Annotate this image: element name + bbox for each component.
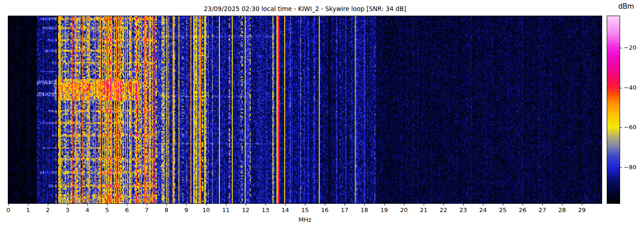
x-tick-label: 22 bbox=[434, 207, 453, 213]
x-tick-label: 14 bbox=[276, 207, 294, 213]
x-axis-label: MHz bbox=[8, 216, 602, 223]
colorbar-tick-mark bbox=[620, 167, 622, 168]
x-tick-label: 5 bbox=[98, 207, 116, 213]
x-tick-mark bbox=[167, 204, 167, 206]
x-tick-mark bbox=[443, 204, 444, 206]
x-tick-mark bbox=[8, 204, 9, 206]
colorbar-tick-mark bbox=[620, 88, 622, 88]
x-tick-label: 3 bbox=[58, 207, 77, 213]
x-tick-label: 12 bbox=[236, 207, 255, 213]
colorbar-tick-label: −60 bbox=[624, 124, 636, 131]
x-tick-mark bbox=[186, 204, 187, 206]
x-tick-label: 13 bbox=[256, 207, 275, 213]
x-tick-mark bbox=[226, 204, 226, 206]
x-tick-mark bbox=[364, 204, 365, 206]
x-tick-label: 21 bbox=[414, 207, 433, 213]
x-tick-label: 10 bbox=[197, 207, 215, 213]
x-tick-mark bbox=[48, 204, 48, 206]
x-tick-mark bbox=[285, 204, 286, 206]
colorbar bbox=[607, 16, 620, 204]
spectrogram-figure: 23/09/2025 02:30 local time - KIWI_2 - S… bbox=[0, 0, 644, 230]
colorbar-gradient bbox=[607, 16, 620, 203]
x-tick-mark bbox=[305, 204, 305, 206]
x-tick-mark bbox=[483, 204, 483, 206]
x-tick-label: 1 bbox=[19, 207, 37, 213]
x-tick-mark bbox=[404, 204, 404, 206]
x-tick-label: 11 bbox=[217, 207, 235, 213]
x-tick-mark bbox=[503, 204, 503, 206]
x-tick-mark bbox=[582, 204, 582, 206]
x-tick-mark bbox=[127, 204, 127, 206]
x-tick-mark bbox=[542, 204, 543, 206]
x-tick-label: 29 bbox=[573, 207, 591, 213]
x-tick-mark bbox=[206, 204, 207, 206]
x-tick-mark bbox=[325, 204, 325, 206]
x-tick-mark bbox=[107, 204, 108, 206]
colorbar-tick-label: −20 bbox=[624, 44, 636, 52]
x-tick-mark bbox=[246, 204, 246, 206]
x-tick-label: 24 bbox=[474, 207, 492, 213]
waterfall-plot-area bbox=[8, 16, 602, 204]
x-tick-label: 28 bbox=[553, 207, 571, 213]
x-tick-mark bbox=[384, 204, 385, 206]
x-tick-mark bbox=[345, 204, 345, 206]
x-tick-mark bbox=[28, 204, 29, 206]
x-tick-label: 15 bbox=[296, 207, 314, 213]
x-tick-mark bbox=[562, 204, 563, 206]
waterfall-heatmap bbox=[8, 16, 602, 203]
colorbar-tick-label: −40 bbox=[624, 84, 636, 92]
x-tick-label: 2 bbox=[39, 207, 57, 213]
colorbar-tick-label: −80 bbox=[624, 164, 636, 171]
x-tick-mark bbox=[265, 204, 266, 206]
x-tick-label: 18 bbox=[355, 207, 374, 213]
x-tick-label: 25 bbox=[494, 207, 512, 213]
x-tick-label: 8 bbox=[157, 207, 176, 213]
x-tick-label: 19 bbox=[375, 207, 393, 213]
x-tick-mark bbox=[68, 204, 68, 206]
x-tick-label: 0 bbox=[0, 207, 17, 213]
x-tick-label: 27 bbox=[533, 207, 552, 213]
x-tick-label: 4 bbox=[78, 207, 97, 213]
x-tick-label: 16 bbox=[316, 207, 334, 213]
x-tick-label: 7 bbox=[138, 207, 156, 213]
x-tick-label: 6 bbox=[118, 207, 136, 213]
x-tick-label: 23 bbox=[454, 207, 472, 213]
x-tick-mark bbox=[87, 204, 88, 206]
page-title: 23/09/2025 02:30 local time - KIWI_2 - S… bbox=[8, 5, 602, 13]
x-tick-label: 20 bbox=[395, 207, 413, 213]
x-tick-mark bbox=[147, 204, 147, 206]
x-tick-mark bbox=[424, 204, 424, 206]
x-tick-label: 26 bbox=[513, 207, 532, 213]
x-tick-mark bbox=[463, 204, 464, 206]
colorbar-tick-mark bbox=[620, 127, 622, 128]
x-tick-label: 17 bbox=[335, 207, 354, 213]
colorbar-tick-mark bbox=[620, 48, 622, 48]
colorbar-unit-label: dBm bbox=[618, 2, 634, 11]
x-tick-mark bbox=[523, 204, 523, 206]
x-tick-label: 9 bbox=[177, 207, 196, 213]
